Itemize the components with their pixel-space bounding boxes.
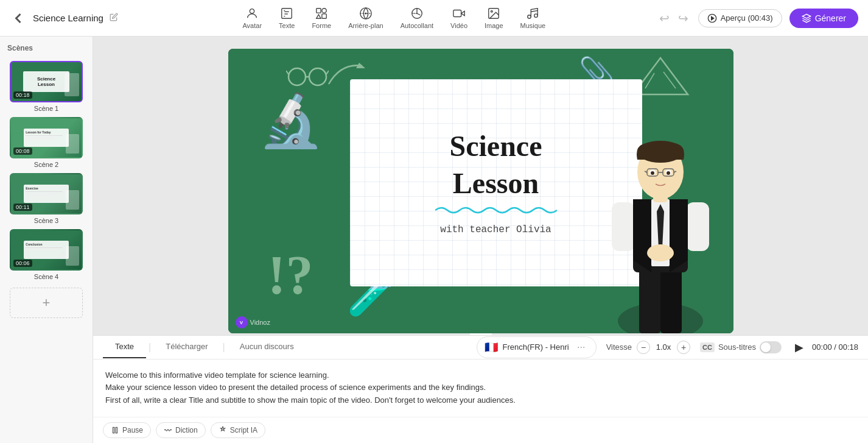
svg-point-48 xyxy=(651,171,654,175)
scene-1-time: 00:18 xyxy=(13,91,32,99)
person-svg xyxy=(593,114,727,333)
svg-point-49 xyxy=(667,171,670,175)
svg-rect-1 xyxy=(282,9,292,19)
svg-point-21 xyxy=(289,68,306,85)
toolbar-avatar-label: Avatar xyxy=(242,22,262,29)
pause-button[interactable]: Pause xyxy=(103,422,151,438)
svg-rect-4 xyxy=(317,9,321,13)
svg-marker-6 xyxy=(317,15,321,18)
toolbar-arriere-plan-label: Arrière-plan xyxy=(348,22,383,29)
subtitles-toggle[interactable] xyxy=(760,341,782,353)
toolbar-video[interactable]: Vidéo xyxy=(450,7,467,29)
toolbar-image[interactable]: Image xyxy=(485,7,503,29)
tab-aucun-discours[interactable]: Aucun discours xyxy=(228,336,306,358)
scene-thumbnail-2[interactable]: Lesson for Today 00:08 xyxy=(10,117,83,158)
toolbar-left: Science Learning xyxy=(10,10,131,27)
toolbar-musique-label: Musique xyxy=(520,22,546,29)
tab-telecharger[interactable]: Télécharger xyxy=(153,336,220,358)
toolbar-texte-label: Texte xyxy=(279,22,295,29)
toolbar-right: ↩ ↪ Aperçu (00:43) Génerer xyxy=(657,9,858,28)
scene-item-2[interactable]: Lesson for Today 00:08 Scène 2 xyxy=(5,117,88,168)
bottom-panel: Texte | Télécharger | Aucun discours 🇫🇷 … xyxy=(93,335,868,443)
svg-line-24 xyxy=(286,71,289,74)
diction-button[interactable]: Diction xyxy=(156,422,206,438)
speed-increase-button[interactable]: + xyxy=(677,341,690,354)
text-content-area[interactable]: Welcome to this informative video templa… xyxy=(93,360,868,417)
scene-thumbnail-3[interactable]: Exercise 00:11 xyxy=(10,173,83,214)
undo-button[interactable]: ↩ xyxy=(657,9,672,28)
svg-rect-52 xyxy=(116,427,117,433)
toolbar: Science Learning Avatar Texte Forme Arri… xyxy=(0,0,868,37)
svg-point-17 xyxy=(534,14,538,17)
watermark: V Vidnoz xyxy=(236,316,270,328)
svg-marker-13 xyxy=(461,11,465,15)
svg-rect-51 xyxy=(113,427,114,433)
main-area: Scènes ScienceLesson 00:18 Scène 1 Lesso… xyxy=(0,37,868,443)
edit-icon[interactable] xyxy=(110,13,118,23)
preview-button[interactable]: Aperçu (00:43) xyxy=(698,9,782,27)
generate-label: Génerer xyxy=(815,13,846,23)
toolbar-arriere-plan[interactable]: Arrière-plan xyxy=(348,7,383,29)
toolbar-avatar[interactable]: Avatar xyxy=(242,7,262,29)
time-display: 00:00 / 00:18 xyxy=(812,342,858,352)
content-area: 🔬 !? 🧪 📎 Science Lesson xyxy=(93,37,868,443)
canvas-area: 🔬 !? 🧪 📎 Science Lesson xyxy=(93,37,868,335)
toolbar-autocollant-label: Autocollant xyxy=(401,22,433,29)
microscope-decoration: 🔬 xyxy=(259,94,323,146)
svg-rect-37 xyxy=(686,202,709,251)
scene-item-3[interactable]: Exercise 00:11 Scène 3 xyxy=(5,173,88,224)
svg-line-29 xyxy=(663,72,676,88)
toolbar-texte[interactable]: Texte xyxy=(279,7,295,29)
svg-marker-20 xyxy=(711,16,713,19)
card-wave xyxy=(435,204,557,219)
play-button[interactable]: ▶ xyxy=(791,339,807,355)
chalk-question-decoration: !? xyxy=(268,248,313,303)
tab-divider-1: | xyxy=(146,336,153,359)
scenes-label: Scènes xyxy=(5,44,88,56)
svg-point-0 xyxy=(250,9,254,13)
scene-thumbnail-1[interactable]: ScienceLesson 00:18 xyxy=(10,61,83,102)
toggle-knob xyxy=(761,342,771,352)
card-title-line1: Science xyxy=(450,130,542,163)
bottom-actions: Pause Diction Script IA xyxy=(93,417,868,443)
subtitles-label: Sous-titres xyxy=(718,342,756,352)
redo-button[interactable]: ↪ xyxy=(676,9,691,28)
svg-rect-12 xyxy=(453,10,461,17)
toolbar-forme-label: Forme xyxy=(312,22,331,29)
speed-decrease-button[interactable]: − xyxy=(637,341,650,354)
back-button[interactable] xyxy=(10,10,27,27)
scene-item-1[interactable]: ScienceLesson 00:18 Scène 1 xyxy=(5,61,88,112)
svg-line-18 xyxy=(531,10,538,12)
speed-label: Vitesse xyxy=(606,342,632,352)
watermark-logo: V xyxy=(236,316,248,328)
scene-item-4[interactable]: Conclusion 00:06 Scène 4 xyxy=(5,229,88,280)
toolbar-forme[interactable]: Forme xyxy=(312,7,331,29)
generate-button[interactable]: Génerer xyxy=(789,9,858,28)
playback-control: ▶ 00:00 / 00:18 xyxy=(791,339,858,355)
tab-texte[interactable]: Texte xyxy=(103,336,146,358)
diction-label: Diction xyxy=(175,426,198,434)
script-ia-button[interactable]: Script IA xyxy=(211,422,265,438)
project-title: Science Learning xyxy=(33,13,103,23)
language-flag: 🇫🇷 xyxy=(485,341,498,354)
scene-3-time: 00:11 xyxy=(13,204,32,211)
card-title-line2: Lesson xyxy=(453,168,539,200)
language-selector[interactable]: 🇫🇷 French(FR) - Henri ··· xyxy=(477,336,597,358)
svg-point-5 xyxy=(322,9,326,13)
add-scene-button[interactable]: + xyxy=(10,288,83,318)
toolbar-autocollant[interactable]: Autocollant xyxy=(401,7,433,29)
scene-2-time: 00:08 xyxy=(13,147,32,155)
video-canvas[interactable]: 🔬 !? 🧪 📎 Science Lesson xyxy=(228,49,733,333)
language-options-button[interactable]: ··· xyxy=(574,340,589,355)
speed-value: 1.0x xyxy=(655,342,672,352)
svg-point-15 xyxy=(491,10,493,12)
svg-point-50 xyxy=(647,244,674,261)
scene-thumbnail-4[interactable]: Conclusion 00:06 xyxy=(10,229,83,271)
tab-divider-2: | xyxy=(220,336,228,359)
scene-4-label: Scène 4 xyxy=(34,273,58,280)
pause-label: Pause xyxy=(122,426,143,434)
svg-rect-7 xyxy=(322,14,326,18)
undo-redo-group: ↩ ↪ xyxy=(657,9,691,28)
toolbar-center: Avatar Texte Forme Arrière-plan Autocoll… xyxy=(131,7,657,29)
toolbar-musique[interactable]: Musique xyxy=(520,7,546,29)
